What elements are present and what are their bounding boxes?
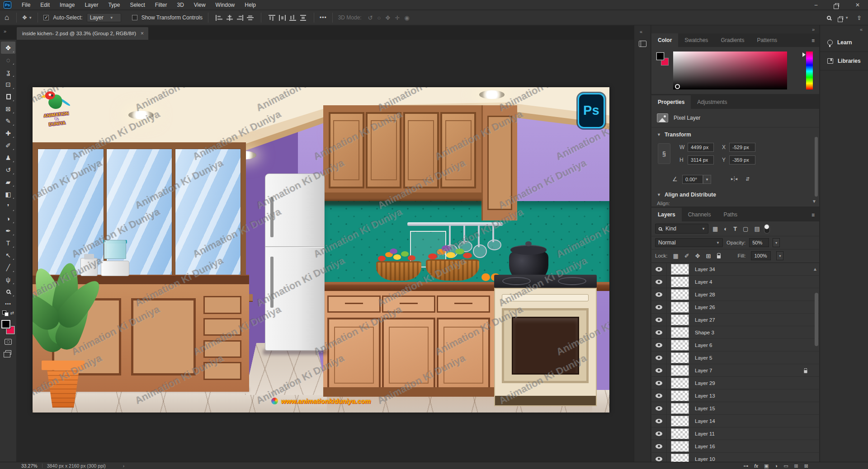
tab-gradients[interactable]: Gradients — [714, 33, 750, 47]
rotation-field[interactable]: 0.00° — [682, 175, 703, 184]
home-icon[interactable]: ⌂ — [5, 13, 9, 22]
layer-row[interactable]: Layer 4 — [651, 276, 819, 288]
distribute-horizontal-centers-icon[interactable] — [279, 15, 286, 21]
lasso-tool[interactable]: ʓ — [1, 66, 15, 78]
new-group-icon[interactable]: ▭ — [783, 463, 788, 469]
filter-smart-objects-icon[interactable]: ▤ — [754, 225, 760, 232]
menu-type[interactable]: Type — [103, 0, 125, 10]
dodge-tool[interactable]: ◑ — [1, 212, 15, 225]
visibility-toggle[interactable] — [651, 364, 667, 376]
photoshop-app-icon[interactable]: Ps — [4, 1, 11, 9]
layers-scrollbar[interactable] — [815, 293, 818, 346]
eyedropper-tool[interactable]: ✎ — [1, 115, 15, 127]
visibility-toggle[interactable] — [651, 301, 667, 313]
layer-row[interactable]: Layer 27 — [651, 314, 819, 326]
flip-vertical-icon[interactable]: ⇵ — [745, 176, 750, 182]
layer-row[interactable]: Layer 13 — [651, 389, 819, 402]
add-layer-mask-icon[interactable]: ▣ — [764, 463, 769, 469]
menu-layer[interactable]: Layer — [80, 0, 103, 10]
opacity-dropdown[interactable]: ▼ — [773, 238, 780, 247]
status-options-chevron[interactable]: › — [123, 463, 125, 469]
transform-section-header[interactable]: ▼ Transform — [651, 127, 819, 140]
tab-paths[interactable]: Paths — [717, 208, 744, 221]
tab-properties[interactable]: Properties — [651, 95, 691, 109]
filter-shape-layers-icon[interactable]: ▢ — [743, 225, 748, 232]
swap-colors-icon[interactable]: ⇄ — [10, 310, 14, 315]
layer-row[interactable]: Layer 11 — [651, 427, 819, 440]
align-vertical-centers-icon[interactable] — [247, 15, 254, 21]
tab-close-icon[interactable]: × — [141, 30, 144, 37]
crop-tool[interactable] — [1, 90, 15, 103]
layer-thumbnail[interactable] — [671, 390, 689, 401]
layer-thumbnail[interactable] — [671, 365, 689, 376]
tab-patterns[interactable]: Patterns — [750, 33, 783, 47]
more-options-button[interactable]: ••• — [320, 14, 327, 21]
menu-window[interactable]: Window — [211, 0, 240, 10]
layer-row[interactable]: Layer 29 — [651, 377, 819, 389]
filter-type-layers-icon[interactable]: T — [733, 225, 737, 232]
layer-row[interactable]: Layer 16 — [651, 440, 819, 453]
hue-slider-marker[interactable] — [802, 52, 806, 57]
scroll-down-chevron[interactable]: ▼ — [812, 199, 816, 204]
menu-image[interactable]: Image — [55, 0, 80, 10]
distribute-vertical-centers-icon[interactable] — [300, 15, 307, 21]
align-section-header[interactable]: ▼ Align and Distribute — [651, 188, 819, 200]
visibility-toggle[interactable] — [651, 276, 667, 288]
healing-brush-tool[interactable]: ✚ — [1, 127, 15, 139]
collapsed-panel-icon[interactable] — [639, 41, 646, 47]
frame-tool[interactable]: ⊠ — [1, 103, 15, 115]
layer-row[interactable]: Shape 3 — [651, 326, 819, 339]
lock-artboard-icon[interactable]: ⊞ — [706, 253, 711, 259]
tab-layers[interactable]: Layers — [651, 208, 682, 221]
menu-help[interactable]: Help — [240, 0, 261, 10]
move-tool[interactable]: ✥ — [1, 42, 15, 54]
align-bottom-edges-icon[interactable] — [289, 15, 296, 21]
search-icon[interactable] — [827, 16, 831, 20]
libraries-panel-button[interactable]: Libraries — [820, 52, 868, 70]
visibility-toggle[interactable] — [651, 314, 667, 326]
layer-thumbnail[interactable] — [671, 441, 689, 452]
lock-transparency-icon[interactable]: ▦ — [673, 253, 679, 259]
layer-thumbnail[interactable] — [671, 416, 689, 427]
color-field[interactable] — [673, 52, 787, 89]
layer-thumbnail[interactable] — [671, 428, 689, 439]
width-field[interactable]: 4499 px — [688, 143, 714, 152]
object-selection-tool[interactable]: ⊡ — [1, 78, 15, 90]
delete-layer-icon[interactable]: ⊠ — [804, 463, 808, 469]
foreground-color-swatch[interactable] — [1, 320, 10, 328]
document-tab[interactable]: inside kichen- 2.psd @ 33.3% (Group 2, R… — [17, 27, 148, 40]
layer-thumbnail[interactable] — [671, 264, 689, 275]
marquee-tool[interactable]: ◌ — [1, 54, 15, 66]
canvas-artboard[interactable]: Animation Ki DuniyaAnimation Ki DuniyaAn… — [33, 87, 609, 413]
active-tool-icon[interactable]: ✥ ▼ — [22, 14, 32, 21]
link-layers-icon[interactable]: ⊶ — [743, 463, 748, 469]
blend-mode-dropdown[interactable]: Normal ▼ — [655, 238, 723, 247]
visibility-toggle[interactable] — [651, 427, 667, 440]
link-dimensions-icon[interactable]: § — [658, 143, 670, 164]
rotation-dropdown[interactable]: ▼ — [703, 175, 711, 184]
align-horizontal-centers-icon[interactable] — [226, 15, 233, 21]
menu-3d[interactable]: 3D — [172, 0, 189, 10]
collapse-dock-chevron[interactable]: « — [860, 27, 863, 32]
color-field-marker[interactable] — [675, 84, 680, 89]
menu-file[interactable]: File — [17, 0, 35, 10]
height-field[interactable]: 3114 px — [688, 155, 714, 164]
layer-row[interactable]: Layer 15 — [651, 402, 819, 415]
layer-thumbnail[interactable] — [671, 327, 689, 338]
auto-select-target-dropdown[interactable]: Layer ▼ — [87, 13, 121, 22]
x-field[interactable]: -529 px — [729, 143, 755, 152]
layer-thumbnail[interactable] — [671, 289, 689, 300]
share-icon[interactable]: ⇧ — [857, 14, 862, 21]
path-selection-tool[interactable]: ↖ — [1, 249, 15, 261]
visibility-toggle[interactable] — [651, 389, 667, 402]
menu-view[interactable]: View — [189, 0, 211, 10]
collapse-panels-chevron[interactable]: » — [812, 27, 815, 32]
expand-panels-chevron[interactable]: « — [640, 29, 642, 34]
panel-menu-icon[interactable]: ≡ — [811, 212, 815, 218]
panel-menu-icon[interactable]: ≡ — [811, 38, 815, 44]
layer-thumbnail[interactable] — [671, 403, 689, 414]
layer-thumbnail[interactable] — [671, 352, 689, 363]
hue-slider[interactable] — [806, 52, 813, 89]
default-colors-control[interactable]: ⇄ — [2, 310, 14, 317]
auto-select-checkbox[interactable] — [43, 15, 49, 20]
